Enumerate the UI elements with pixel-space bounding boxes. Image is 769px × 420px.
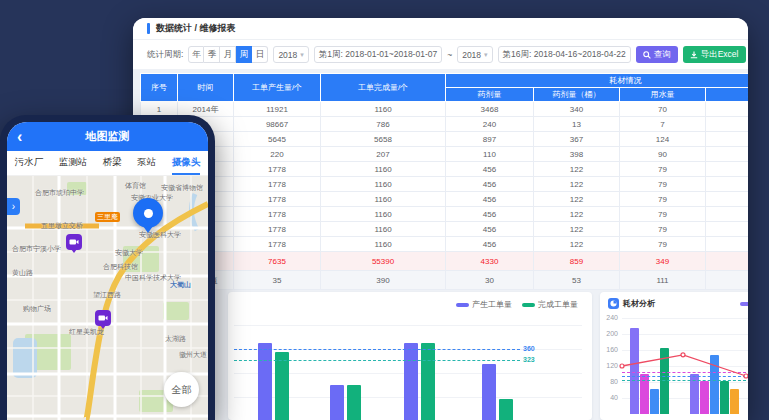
start-year-select[interactable]: 2018 ▾ xyxy=(273,46,308,63)
table-cell: 67 xyxy=(706,237,749,252)
table-cell: 1778 xyxy=(234,207,321,222)
bar xyxy=(258,343,272,420)
screenshot-root: 数据统计 / 维修报表 统计周期: 年季月周日 2018 ▾ 第1周: 2018… xyxy=(0,0,769,420)
table-cell: 367 xyxy=(534,132,620,147)
sub-col-header: 水量 xyxy=(706,88,749,102)
bar xyxy=(347,385,361,420)
export-excel-button[interactable]: 导出Excel xyxy=(683,46,746,63)
query-button[interactable]: 查询 xyxy=(636,46,678,63)
table-row: 12014年119211160346834070250 xyxy=(141,102,749,117)
period-option-月[interactable]: 月 xyxy=(220,46,236,63)
breadcrumb-accent-bar xyxy=(147,23,150,34)
phone-tab-监测站[interactable]: 监测站 xyxy=(59,151,88,175)
col-header: 工单产生量/个 xyxy=(234,74,321,102)
bar xyxy=(330,385,344,420)
camera-marker-icon[interactable] xyxy=(66,234,82,250)
table-cell: 30 xyxy=(446,271,534,290)
bar xyxy=(404,343,418,420)
table-cell: 240 xyxy=(446,117,534,132)
bar xyxy=(730,389,739,414)
chevron-down-icon: ▾ xyxy=(484,51,488,59)
table-cell: 5645 xyxy=(234,132,321,147)
table-cell: 122 xyxy=(534,237,620,252)
reference-line xyxy=(622,380,746,381)
gridline xyxy=(622,366,748,367)
bar xyxy=(660,348,669,414)
chart-legend: 产生工单量完成工单量 xyxy=(456,299,578,310)
table-cell: 122 xyxy=(534,207,620,222)
period-option-周[interactable]: 周 xyxy=(236,46,252,63)
chart-icon xyxy=(608,298,619,309)
start-week-input[interactable]: 第1周: 2018-01-01~2018-01-07 xyxy=(314,46,442,63)
map-label: 三里庵 xyxy=(95,212,120,222)
end-week-input[interactable]: 第16周: 2018-04-16~2018-04-22 xyxy=(498,46,631,63)
table-cell: 1778 xyxy=(234,222,321,237)
reference-line-label: 323 xyxy=(523,356,535,363)
location-pin-icon[interactable] xyxy=(133,198,163,228)
chevron-down-icon: ▾ xyxy=(300,51,304,59)
back-icon[interactable]: ‹ xyxy=(17,122,22,151)
bar xyxy=(482,364,496,420)
camera-glyph xyxy=(69,238,79,246)
period-option-日[interactable]: 日 xyxy=(252,46,268,63)
table-cell: 1160 xyxy=(321,207,446,222)
table-cell: 67 xyxy=(706,162,749,177)
table-cell: 122 xyxy=(534,192,620,207)
pin-dot xyxy=(144,209,153,218)
map-label: 五里墩立交桥 xyxy=(41,221,83,231)
table-cell: 1778 xyxy=(234,237,321,252)
all-button[interactable]: 全部 xyxy=(164,372,199,407)
table-cell: 122 xyxy=(534,222,620,237)
reference-line xyxy=(234,349,520,350)
table-cell: 340 xyxy=(534,102,620,117)
table-cell: 1160 xyxy=(321,162,446,177)
phone-tab-泵站[interactable]: 泵站 xyxy=(137,151,156,175)
phone-tab-摄像头[interactable]: 摄像头 xyxy=(172,151,201,175)
phone-tab-污水厂[interactable]: 污水厂 xyxy=(15,151,44,175)
table-cell: 19 xyxy=(706,147,749,162)
report-table: 序号时间工单产生量/个工单完成量/个耗材情况药剂量药剂量（桶）用水量水量1201… xyxy=(140,73,748,290)
table-cell: 390 xyxy=(321,271,446,290)
legend-item[interactable]: 产生工单量 xyxy=(456,299,512,310)
period-option-季[interactable]: 季 xyxy=(204,46,220,63)
bar xyxy=(710,355,719,414)
table-cell: 67 xyxy=(706,177,749,192)
map-label: 安徽大学 xyxy=(115,248,143,258)
table-cell: 79 xyxy=(620,207,706,222)
map-label: 太湖路 xyxy=(165,334,186,344)
table-cell: 67 xyxy=(706,192,749,207)
bar xyxy=(421,343,435,420)
table-cell: 67 xyxy=(706,222,749,237)
legend-item[interactable]: 完成工单量 xyxy=(522,299,578,310)
range-separator: ~ xyxy=(447,50,452,60)
table-cell: 11921 xyxy=(234,102,321,117)
map-label: 合肥市琥珀中学 xyxy=(35,188,84,198)
table-cell: 1778 xyxy=(234,162,321,177)
map-label: 安徽省博物馆 xyxy=(161,183,203,193)
camera-marker-icon[interactable] xyxy=(95,310,111,326)
sub-col-header: 药剂量 xyxy=(446,88,534,102)
filter-bar: 统计周期: 年季月周日 2018 ▾ 第1周: 2018-01-01~2018-… xyxy=(133,40,748,69)
expand-icon[interactable]: › xyxy=(7,198,20,215)
map-label: 合肥市宁溪小学 xyxy=(12,244,61,254)
sub-col-header: 用水量 xyxy=(620,88,706,102)
map-view[interactable]: 合肥市琥珀中学体育馆安徽农业大学安徽省博物馆三里庵五里墩立交桥合肥市宁溪小学安徽… xyxy=(7,176,208,420)
table-cell: 7635 xyxy=(234,252,321,271)
table-cell: 1160 xyxy=(321,102,446,117)
report-table-wrap: 序号时间工单产生量/个工单完成量/个耗材情况药剂量药剂量（桶）用水量水量1201… xyxy=(133,73,748,290)
map-label: 合肥科技馆 xyxy=(103,262,138,272)
period-option-年[interactable]: 年 xyxy=(188,46,204,63)
table-cell: 3468 xyxy=(446,102,534,117)
table-row: 177811604561227967 xyxy=(141,192,749,207)
table-cell: 1160 xyxy=(321,237,446,252)
y-axis-tick: 240 xyxy=(602,314,618,321)
table-cell: 220 xyxy=(234,147,321,162)
col-header: 时间 xyxy=(178,74,234,102)
phone-tab-桥梁[interactable]: 桥梁 xyxy=(103,151,122,175)
workorder-chart-card: 产生工单量完成工单量360323 xyxy=(228,292,592,420)
table-cell: 349 xyxy=(620,252,706,271)
end-year-select[interactable]: 2018 ▾ xyxy=(457,46,492,63)
table-row: 2202071103989019 xyxy=(141,147,749,162)
table-row: 177811604561227967 xyxy=(141,237,749,252)
breadcrumb: 数据统计 / 维修报表 xyxy=(156,22,236,35)
